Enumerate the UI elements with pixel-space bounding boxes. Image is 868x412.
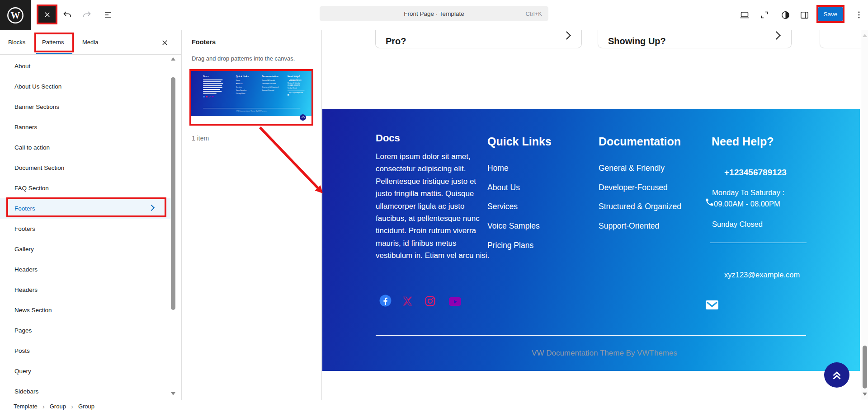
text-placeholder [203,80,222,80]
scroll-down-icon[interactable] [863,393,867,396]
sidebar-category-item[interactable]: FAQ Section [0,178,172,198]
sidebar-scrollbar-thumb[interactable] [171,77,175,310]
canvas-scrollbar[interactable] [861,30,868,400]
sidebar-category-label: Banners [14,124,37,131]
footer-pattern-thumbnail[interactable]: Docs [191,71,311,124]
patterns-panel: Footers Drag and drop patterns into the … [182,30,322,400]
document-overview-button[interactable] [101,8,115,22]
faq-card-partial[interactable] [820,30,861,48]
footer-phone-number[interactable]: +123456789123 [724,168,787,178]
footer-email[interactable]: xyz123@example.com [724,271,800,279]
instagram-icon[interactable] [425,295,436,309]
footer-link[interactable]: Developer-Focused [599,183,681,202]
scroll-down-icon[interactable] [171,392,175,395]
undo-button[interactable] [60,8,75,22]
command-bar[interactable]: Front Page · Template Ctrl+K [320,6,548,21]
sidebar-category-item[interactable]: Gallery [0,239,172,259]
breadcrumb-group[interactable]: Group [50,403,66,410]
sidebar-category-item[interactable]: News Section [0,300,172,320]
preview-button[interactable] [737,8,752,22]
sidebar-category-label: Banner Sections [14,103,59,110]
kebab-menu-icon [854,10,864,20]
footer-docs-text: Lorem ipsum dolor sit amet, consectetur … [376,150,494,262]
scroll-up-icon[interactable] [171,57,175,61]
facebook-icon[interactable] [379,295,392,309]
phone-icon [705,197,714,207]
sidebar-category-item[interactable]: Headers [0,280,172,300]
mini-footer-link: General & Friendly [262,80,278,81]
sidebar-category-item[interactable]: Query [0,361,172,381]
editor-canvas: Pro? Showing Up? Docs Lorem ipsum dolor … [322,30,861,400]
youtube-icon[interactable] [449,297,461,306]
undo-icon [62,9,73,20]
save-button[interactable]: Save [818,7,843,21]
fullscreen-button[interactable] [757,8,772,22]
sidebar-category-item[interactable]: Banner Sections [0,97,172,117]
tab-blocks[interactable]: Blocks [8,30,25,55]
mini-footer-link: Services [236,86,249,88]
footer-link[interactable]: About Us [487,183,540,202]
sidebar-category-label: News Section [14,307,52,314]
sidebar-category-label: About [14,63,30,70]
sidebar-category-item[interactable]: Pages [0,320,172,341]
close-inserter-button[interactable] [158,36,171,49]
sidebar-category-item[interactable]: Banners [0,117,172,137]
sidebar-category-label: Headers [14,286,38,293]
sidebar-category-label: Gallery [14,246,34,253]
sidebar-category-label: Document Section [14,164,64,171]
pattern-count: 1 item [192,135,209,142]
footer-credit: VW Documentation Theme By VWThemes [376,349,833,358]
sidebar-category-item[interactable]: Footers [0,219,172,239]
footer-link[interactable]: Structured & Organized [599,202,681,221]
annotation-box-close [37,5,57,24]
sidebar-category-label: Sidebars [14,388,38,395]
tab-patterns[interactable]: Patterns [42,30,64,55]
tab-media[interactable]: Media [82,30,98,55]
footer-link[interactable]: Home [487,164,540,183]
sidebar-category-item[interactable]: Call to action [0,137,172,158]
canvas-scrollbar-thumb[interactable] [863,346,867,389]
sidebar-category-item[interactable]: Footers [0,198,172,219]
redo-button[interactable] [80,8,94,22]
footer-link[interactable]: Pricing Plans [487,241,540,260]
footer-link[interactable]: Voice Samples [487,221,540,241]
mini-footer-link: Home [236,80,249,81]
close-editor-button[interactable] [38,6,56,23]
faq-card[interactable]: Showing Up? [598,30,792,48]
more-options-button[interactable] [852,8,866,22]
envelope-icon[interactable] [706,300,718,309]
sidebar-category-item[interactable]: About Us Section [0,76,172,97]
footer-block[interactable]: Docs Lorem ipsum dolor sit amet, consect… [322,109,860,371]
scroll-up-icon[interactable] [863,34,867,37]
annotation-box-pattern-thumbnail: Docs [189,69,313,126]
footer-quicklinks-list: HomeAbout UsServicesVoice SamplesPricing… [487,164,540,260]
footer-link[interactable]: Services [487,202,540,221]
sidebar-category-label: Footers [14,225,35,232]
sidebar-category-item[interactable]: Document Section [0,158,172,178]
wordpress-logo-button[interactable]: W [0,0,31,30]
settings-sidebar-button[interactable] [797,8,811,22]
sidebar-category-item[interactable]: Sidebars [0,381,172,400]
style-book-button[interactable] [778,8,793,22]
footer-divider [376,335,806,336]
scroll-to-top-button[interactable] [824,362,849,388]
annotation-box-save: Save [816,5,844,23]
chevron-right-icon [562,31,571,39]
sidebar-category-item[interactable]: Headers [0,259,172,280]
sidebar-category-item[interactable]: Posts [0,341,172,361]
filter-patterns-button[interactable] [296,38,307,48]
sidebar-category-label: Posts [14,347,30,354]
footer-link[interactable]: General & Friendly [599,164,681,183]
wordpress-site-editor: W Front Page · Template Ctrl+K [0,0,868,412]
sidebar-category-item[interactable]: About [0,56,172,76]
breadcrumb-template[interactable]: Template [14,403,38,410]
pattern-category-list: About About Us Section Banner Sections B… [0,56,172,400]
x-twitter-icon[interactable] [402,296,413,308]
footer-help-divider [710,243,807,243]
svg-text:W: W [11,10,20,21]
breadcrumb-group[interactable]: Group [78,403,94,410]
close-icon [44,11,51,18]
footer-link[interactable]: Support-Oriented [599,221,681,241]
faq-card[interactable]: Pro? [375,30,582,48]
x-twitter-icon [206,96,208,97]
